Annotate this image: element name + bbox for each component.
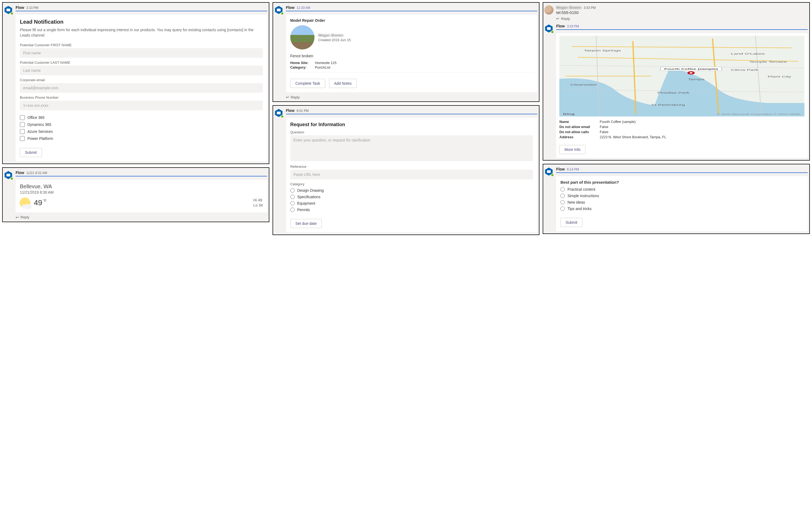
low-value: Lo 34 (254, 203, 263, 208)
header-rule (16, 11, 267, 11)
phone-input[interactable] (20, 101, 263, 110)
timestamp: 6:01 PM (297, 109, 309, 113)
svg-text:Clearwater: Clearwater (570, 83, 597, 86)
radio-icon[interactable] (560, 200, 565, 205)
flow-icon (544, 24, 553, 33)
radio-label: Tips and tricks (568, 207, 591, 211)
svg-text:Pinellas Park: Pinellas Park (658, 91, 690, 94)
reply-button[interactable]: Reply (16, 215, 29, 219)
timestamp: 3:33 PM (583, 6, 596, 10)
timestamp: 11/21 8:31 AM (26, 171, 47, 175)
reply-button[interactable]: Reply (286, 95, 300, 99)
timestamp: 3:33 PM (567, 25, 579, 28)
radio-icon[interactable] (560, 187, 565, 191)
email-input[interactable] (20, 83, 263, 93)
header-rule (286, 11, 538, 11)
timestamp: 2:13 PM (26, 6, 38, 10)
field-label: Business Phone Number (20, 96, 263, 100)
svg-rect-5 (277, 9, 281, 11)
checkbox-icon[interactable] (20, 136, 25, 141)
svg-text:Land O'Lakes: Land O'Lakes (731, 52, 765, 55)
checkbox-icon[interactable] (20, 115, 25, 120)
checkbox-icon[interactable] (20, 129, 25, 134)
sender-label: Megan Bowen (556, 5, 581, 10)
repair-order-panel: Flow 11:33 AM Model Repair Order Megan B… (272, 2, 540, 102)
timestamp: 11:33 AM (297, 6, 311, 10)
reference-input[interactable] (290, 170, 533, 180)
radio-label: Equipment (297, 201, 315, 206)
checkbox-icon[interactable] (20, 122, 25, 127)
flow-icon (274, 108, 283, 117)
presence-available-icon (551, 30, 554, 34)
poll-panel: Flow 6:14 PM Best part of this presentat… (543, 164, 810, 234)
allow-email-key: Do not allow email (559, 125, 594, 129)
flow-icon (544, 167, 553, 176)
checkbox-label: Dynamics 365 (27, 122, 51, 127)
svg-text:Plant City: Plant City (767, 75, 791, 78)
svg-text:Citrus Park: Citrus Park (731, 69, 758, 71)
issue-text: Fence broken (290, 54, 533, 58)
radio-row[interactable]: New ideas (560, 200, 803, 205)
radio-row[interactable]: Practical content (560, 187, 803, 191)
radio-row[interactable]: Equipment (290, 201, 533, 206)
radio-row[interactable]: Permits (290, 208, 533, 212)
submit-button[interactable]: Submit (560, 218, 582, 227)
question-textarea[interactable] (290, 135, 533, 161)
radio-icon[interactable] (560, 194, 565, 198)
name-value: Fourth Coffee (sample) (600, 120, 635, 124)
checkbox-row[interactable]: Azure Services (20, 129, 263, 134)
submit-button[interactable]: Submit (20, 148, 42, 157)
address-key: Address (559, 135, 594, 139)
radio-row[interactable]: Tips and tricks (560, 207, 803, 211)
radio-icon[interactable] (290, 208, 295, 212)
temperature-unit: °F (43, 198, 47, 203)
homesite-value: Homesite 115 (315, 61, 337, 65)
radio-icon[interactable] (290, 201, 295, 206)
user-avatar (544, 5, 553, 15)
radio-label: Simple instructions (568, 194, 599, 198)
radio-label: Design Drawing (297, 188, 324, 193)
rfi-panel: Flow 6:01 PM Request for Information Que… (272, 105, 540, 235)
radio-row[interactable]: Simple instructions (560, 194, 803, 198)
svg-rect-26 (547, 170, 551, 173)
add-notes-button[interactable]: Add Notes (329, 79, 357, 88)
homesite-key: Home Site: (290, 61, 313, 65)
svg-text:Tampa: Tampa (688, 78, 705, 81)
map-image[interactable]: Tarpon Springs Land O'Lakes Clearwater P… (559, 36, 805, 116)
svg-text:Temple Terrace: Temple Terrace (749, 60, 787, 63)
radio-icon[interactable] (290, 188, 295, 193)
reply-button[interactable]: Reply (556, 17, 570, 21)
set-due-date-button[interactable]: Set due date (290, 219, 322, 228)
presence-available-icon (10, 12, 13, 15)
weather-sunny-cloud-icon (20, 198, 30, 208)
high-value: Hi 49 (254, 198, 263, 203)
presence-available-icon (551, 173, 554, 177)
checkbox-row[interactable]: Office 365 (20, 115, 263, 120)
complete-task-button[interactable]: Complete Task (290, 79, 325, 88)
tel-link[interactable]: tel:555-0150 (556, 10, 808, 15)
checkbox-row[interactable]: Dynamics 365 (20, 122, 263, 127)
card-title: Lead Notification (20, 19, 263, 25)
card-description: Please fill out a single form for each i… (20, 27, 263, 38)
sender-label: Flow (16, 5, 24, 10)
last-name-input[interactable] (20, 65, 263, 75)
checkbox-label: Power Platform (27, 136, 53, 141)
svg-rect-9 (547, 27, 551, 30)
radio-row[interactable]: Design Drawing (290, 188, 533, 193)
presence-available-icon (10, 177, 13, 180)
radio-icon[interactable] (560, 207, 565, 211)
sender-label: Flow (16, 170, 24, 175)
timestamp: 6:14 PM (567, 168, 579, 171)
svg-text:bing: bing (563, 113, 575, 115)
presence-available-icon (281, 12, 284, 15)
more-info-button[interactable]: More Info (559, 145, 585, 154)
card-title: Request for Information (290, 122, 533, 128)
field-label: Category (290, 182, 533, 186)
first-name-input[interactable] (20, 48, 263, 58)
svg-rect-7 (277, 112, 281, 114)
svg-text:Tarpon Springs: Tarpon Springs (584, 49, 621, 52)
radio-icon[interactable] (290, 195, 295, 199)
sender-label: Flow (286, 5, 295, 10)
checkbox-row[interactable]: Power Platform (20, 136, 263, 141)
radio-row[interactable]: Specifications (290, 195, 533, 199)
